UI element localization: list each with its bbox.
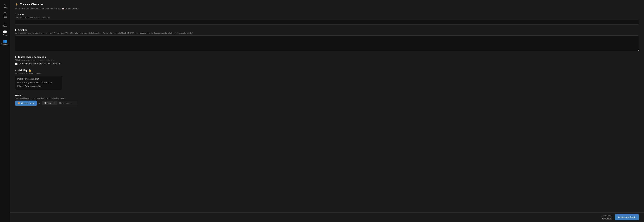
- edit-details-line1: Edit Details: [601, 214, 612, 217]
- greeting-section: 2. Greeting What would they say to intro…: [15, 29, 639, 52]
- toggle-section-desc: This Character generates images alongsid…: [15, 59, 639, 61]
- name-section-subtitle: The name can include first and last name…: [15, 16, 639, 18]
- bottom-bar: Edit Details (Advanced) Create and Chat!: [10, 212, 644, 222]
- page-title: 🧍 Create a Character: [15, 3, 639, 6]
- avatar-row: 🎨 Create Image or Choose File No file ch…: [15, 100, 639, 106]
- sidebar-item-create-label: Create: [2, 25, 8, 27]
- create-image-icon: 🎨: [18, 102, 20, 104]
- character-icon: 🧍: [15, 3, 18, 6]
- visibility-title: 4. Visibility 🔒: [15, 69, 639, 72]
- greeting-section-title: 2. Greeting: [15, 29, 639, 31]
- avatar-desc: You can either create an image from text…: [15, 97, 639, 99]
- character-book-label: Character Book: [65, 8, 79, 10]
- avatar-title: Avatar: [15, 94, 639, 96]
- visibility-desc: Who is allowed to talk to them?: [15, 72, 639, 74]
- visibility-options-box[interactable]: Public: Anyone can chat Unlisted: Anyone…: [15, 76, 62, 90]
- sidebar-item-feed-label: Feed: [3, 16, 7, 18]
- sidebar-item-community[interactable]: 👥 Community: [0, 38, 10, 47]
- create-icon: ＋: [3, 21, 7, 25]
- toggle-image-section: 3. Toggle Image Generation This Characte…: [15, 56, 639, 65]
- create-image-label: Create Image: [21, 102, 34, 104]
- name-section-title: 1. Name: [15, 13, 639, 16]
- main-content: 🧍 Create a Character For more informatio…: [10, 0, 644, 222]
- create-image-button[interactable]: 🎨 Create Image: [15, 100, 37, 106]
- sidebar-item-chats[interactable]: 💬 Chats: [0, 29, 10, 37]
- page-title-text: Create a Character: [20, 3, 44, 6]
- create-and-chat-button[interactable]: Create and Chat!: [615, 214, 639, 220]
- book-icon: 📖: [62, 8, 64, 10]
- sidebar-item-home-label: Home: [3, 7, 7, 9]
- image-generation-checkbox-row[interactable]: Enable image generation for this Charact…: [15, 62, 639, 65]
- info-text: For more information about Character cre…: [15, 8, 61, 10]
- file-input-wrapper: Choose File No file chosen: [42, 101, 77, 105]
- sidebar-item-feed[interactable]: ☰ Feed: [0, 11, 10, 19]
- or-text: or: [38, 102, 40, 104]
- lock-icon: 🔒: [28, 69, 31, 72]
- character-book-link[interactable]: 📖 Character Book: [62, 8, 79, 10]
- home-icon: ⌂: [4, 3, 6, 7]
- greeting-input[interactable]: [15, 35, 639, 51]
- visibility-option-unlisted[interactable]: Unlisted: Anyone with the link can chat: [17, 81, 60, 85]
- chats-icon: 💬: [3, 30, 7, 34]
- choose-file-button[interactable]: Choose File: [42, 101, 57, 105]
- name-input[interactable]: [15, 20, 639, 25]
- avatar-section: Avatar You can either create an image fr…: [15, 94, 639, 106]
- file-name-display: No file chosen: [57, 101, 77, 105]
- image-generation-checkbox[interactable]: [15, 63, 18, 65]
- sidebar-item-chats-label: Chats: [3, 34, 7, 36]
- visibility-option-public[interactable]: Public: Anyone can chat: [17, 77, 60, 81]
- sidebar: ⌂ Home ☰ Feed ＋ Create 💬 Chats 👥 Communi…: [0, 0, 10, 222]
- toggle-section-title: 3. Toggle Image Generation: [15, 56, 639, 58]
- edit-details-line2: (Advanced): [601, 217, 612, 220]
- visibility-title-text: 4. Visibility: [15, 69, 28, 72]
- info-line: For more information about Character cre…: [15, 8, 639, 10]
- edit-details-button[interactable]: Edit Details (Advanced): [601, 214, 612, 220]
- image-generation-label: Enable image generation for this Charact…: [19, 62, 61, 65]
- greeting-section-subtitle: What would they say to introduce themsel…: [15, 32, 639, 34]
- feed-icon: ☰: [4, 12, 6, 16]
- community-icon: 👥: [3, 40, 7, 43]
- name-section: 1. Name The name can include first and l…: [15, 13, 639, 25]
- sidebar-item-community-label: Community: [1, 43, 9, 45]
- visibility-option-private[interactable]: Private: Only you can chat: [17, 84, 60, 88]
- sidebar-item-create[interactable]: ＋ Create: [0, 20, 10, 28]
- visibility-section: 4. Visibility 🔒 Who is allowed to talk t…: [15, 69, 639, 90]
- sidebar-item-home[interactable]: ⌂ Home: [0, 2, 10, 10]
